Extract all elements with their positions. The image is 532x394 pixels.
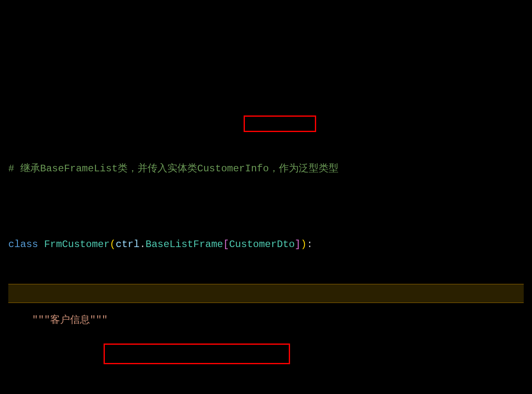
module: ctrl <box>116 235 140 254</box>
current-line-highlight <box>8 284 524 303</box>
code-line[interactable]: class FrmCustomer(ctrl.BaseListFrame[Cus… <box>8 235 524 254</box>
comment-text: # 继承BaseFrameList类，并传入实体类CustomerInfo，作为… <box>8 159 339 178</box>
docstring: """客户信息""" <box>32 311 108 330</box>
keyword: class <box>8 235 38 254</box>
generic-type: CustomerDto <box>229 235 295 254</box>
code-editor[interactable]: # 继承BaseFrameList类，并传入实体类CustomerInfo，作为… <box>8 84 524 394</box>
code-line[interactable]: # 继承BaseFrameList类，并传入实体类CustomerInfo，作为… <box>8 159 524 178</box>
code-line[interactable]: """客户信息""" <box>8 310 524 329</box>
code-line[interactable] <box>8 386 524 394</box>
annotation-box <box>244 115 316 132</box>
base-class: BaseListFrame <box>145 235 223 254</box>
class-name: FrmCustomer <box>44 235 109 254</box>
annotation-box <box>104 344 290 364</box>
